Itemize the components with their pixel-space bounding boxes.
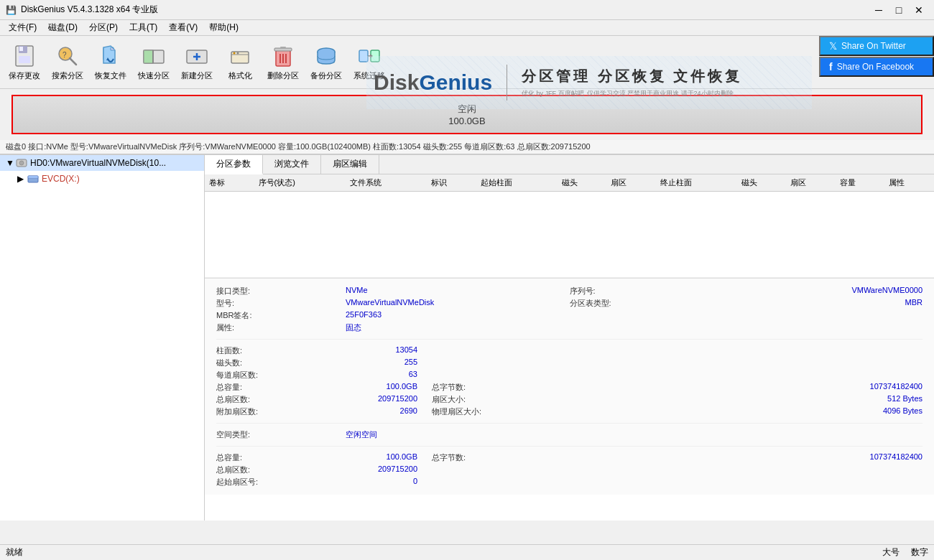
banner-note: 仅供学习交流 严禁用于商业用途 请于24小时内删除 — [587, 89, 734, 98]
minimize-button[interactable]: ─ — [869, 2, 888, 18]
svg-point-31 — [19, 161, 24, 165]
col-status: 序号(状态) — [254, 174, 346, 192]
property-value: 固态 — [346, 322, 570, 333]
tree-evcd-label: EVCD(X:) — [42, 174, 80, 184]
empty-row — [205, 192, 934, 278]
svg-rect-2 — [19, 56, 30, 63]
partition-table-body — [205, 192, 934, 278]
extra-sectors-label: 附加扇区数: — [216, 406, 346, 417]
property-label: 属性: — [216, 322, 346, 333]
menu-file[interactable]: 文件(F) — [3, 20, 42, 35]
sector-size-value: 512 Bytes — [575, 394, 923, 405]
new-partition-label: 新建分区 — [181, 70, 213, 81]
recover-file-button[interactable]: 恢复文件 — [89, 39, 132, 85]
menu-partition[interactable]: 分区(P) — [83, 20, 124, 35]
format-icon — [227, 43, 253, 69]
total-sectors-value: 209715200 — [346, 394, 432, 405]
menu-tools[interactable]: 工具(T) — [124, 20, 163, 35]
titlebar-controls: ─ □ ✕ — [869, 2, 928, 18]
detail-section-interface: 接口类型: NVMe 序列号: VMWareNVME0000 型号: VMwar… — [216, 286, 923, 340]
col-filesystem: 文件系统 — [346, 174, 427, 192]
partition-table-container: 卷标 序号(状态) 文件系统 标识 起始柱面 磁头 扇区 终止柱面 磁头 扇区 … — [205, 174, 934, 278]
interface-value: NVMe — [346, 286, 570, 297]
banner-credit: 优化 by JFF 百度帖吧 — [522, 89, 584, 98]
tabs-bar: 分区参数 浏览文件 扇区编辑 — [205, 155, 934, 174]
search-partition-label: 搜索分区 — [52, 70, 83, 81]
titlebar-left: 💾 DiskGenius V5.4.3.1328 x64 专业版 — [6, 4, 158, 16]
cylinders-value: 13054 — [346, 345, 432, 356]
partition-type-label: 分区表类型: — [570, 298, 699, 309]
menu-view[interactable]: 查看(V) — [163, 20, 203, 35]
format-label: 格式化 — [228, 70, 252, 81]
tree-item-disk[interactable]: ▼ HD0:VMwareVirtualNVMeDisk(10... — [0, 155, 204, 171]
disk-icon — [16, 157, 27, 169]
mbr-value: 25F0F363 — [346, 310, 570, 321]
tab-sector-edit[interactable]: 扇区编辑 — [321, 155, 379, 174]
social-buttons: 𝕏 Share On Twitter f Share On Facebook — [819, 36, 934, 77]
total-capacity-label: 总容量: — [216, 382, 346, 393]
heads-label: 磁头数: — [216, 358, 346, 368]
col-start-cyl: 起始柱面 — [476, 174, 558, 192]
tree-expand-evcd[interactable]: ▶ — [17, 174, 26, 184]
close-button[interactable]: ✕ — [910, 2, 928, 18]
new-partition-icon — [184, 43, 210, 69]
backup-partition-button[interactable]: 备份分区 — [305, 39, 348, 85]
right-panel: 分区参数 浏览文件 扇区编辑 卷标 序号(状态) 文件系统 标识 起始柱面 磁头… — [205, 155, 934, 521]
tree-item-evcd[interactable]: ▶ EVCD(X:) — [0, 171, 204, 187]
disk-tree-panel: ▼ HD0:VMwareVirtualNVMeDisk(10... ▶ EVCD… — [0, 155, 205, 521]
delete-partition-icon — [270, 43, 296, 69]
total-cap-value2: 100.0GB — [346, 452, 432, 463]
statusbar-size: 大号 — [882, 546, 900, 559]
total-bytes-value: 107374182400 — [575, 382, 923, 393]
twitter-share-button[interactable]: 𝕏 Share On Twitter — [819, 36, 934, 56]
svg-point-17 — [234, 52, 236, 55]
new-partition-button[interactable]: 新建分区 — [175, 39, 218, 85]
svg-text:?: ? — [63, 51, 67, 59]
banner-divider — [507, 65, 507, 101]
tab-partition-params[interactable]: 分区参数 — [205, 155, 263, 174]
twitter-label: Share On Twitter — [841, 41, 906, 51]
logo-genius: Genius — [419, 70, 492, 94]
quick-partition-button[interactable]: 快速分区 — [132, 39, 175, 85]
partition-type-value: MBR — [699, 298, 923, 309]
save-icon — [11, 43, 37, 69]
model-label: 型号: — [216, 298, 346, 309]
partition-table: 卷标 序号(状态) 文件系统 标识 起始柱面 磁头 扇区 终止柱面 磁头 扇区 … — [205, 174, 934, 278]
banner-titles: 分区管理 分区恢复 文件恢复 优化 by JFF 百度帖吧 仅供学习交流 严禁用… — [522, 67, 742, 98]
tree-expand-disk[interactable]: ▼ — [6, 158, 14, 168]
col-end-head: 磁头 — [737, 174, 787, 192]
partition-size: 100.0GB — [448, 116, 485, 126]
save-button[interactable]: 保存更改 — [3, 39, 46, 85]
format-button[interactable]: 格式化 — [218, 39, 262, 85]
svg-rect-21 — [280, 47, 286, 48]
recover-file-icon — [98, 43, 124, 69]
col-start-sector: 扇区 — [606, 174, 656, 192]
col-id: 标识 — [427, 174, 476, 192]
menu-help[interactable]: 帮助(H) — [203, 20, 244, 35]
space-type-value: 空闲空间 — [346, 429, 923, 440]
tab-browse-files[interactable]: 浏览文件 — [263, 155, 321, 174]
total-sectors-label: 总扇区数: — [216, 394, 346, 405]
space-type-label: 空间类型: — [216, 429, 346, 440]
interface-label: 接口类型: — [216, 286, 346, 297]
toolbar: 保存更改 ? 搜索分区 恢复文件 快速分区 新建分区 — [0, 36, 394, 89]
total-bytes-label2: 总字节数: — [432, 452, 575, 463]
banner-subtitle: 分区管理 分区恢复 文件恢复 — [522, 67, 742, 86]
maximize-button[interactable]: □ — [889, 2, 908, 18]
serial-label: 序列号: — [570, 286, 699, 297]
search-partition-button[interactable]: ? 搜索分区 — [46, 39, 89, 85]
cylinders-label: 柱面数: — [216, 345, 346, 356]
facebook-icon: f — [829, 61, 833, 73]
app-icon: 💾 — [6, 5, 17, 15]
physical-sector-value: 4096 Bytes — [575, 406, 923, 417]
col-attr: 属性 — [884, 174, 934, 192]
save-label: 保存更改 — [9, 70, 40, 81]
menu-disk[interactable]: 磁盘(D) — [42, 20, 83, 35]
logo-disk: Disk — [374, 70, 419, 94]
serial-value: VMWareNVME0000 — [699, 286, 923, 297]
disk-detail: 接口类型: NVMe 序列号: VMWareNVME0000 型号: VMwar… — [205, 278, 934, 495]
sectors-track-label: 每道扇区数: — [216, 370, 346, 381]
delete-partition-button[interactable]: 删除分区 — [262, 39, 305, 85]
facebook-share-button[interactable]: f Share On Facebook — [819, 57, 934, 77]
heads-value: 255 — [346, 358, 432, 368]
